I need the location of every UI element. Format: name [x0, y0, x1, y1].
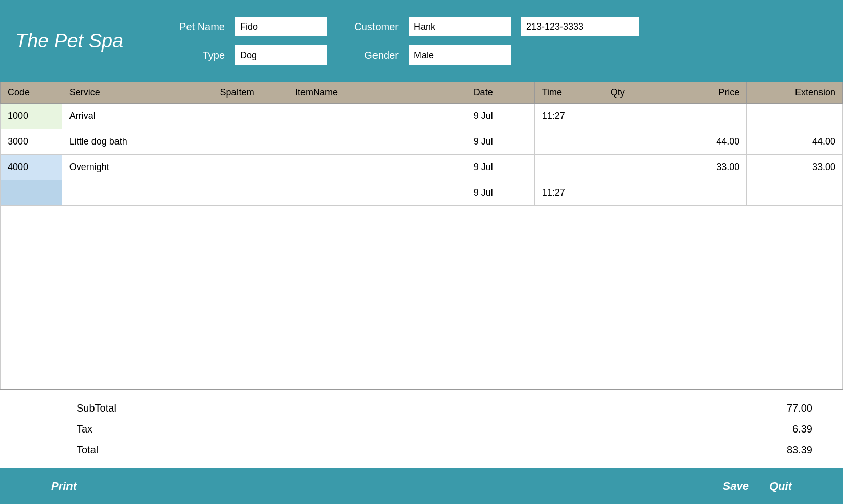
cell-price-4 — [658, 180, 747, 206]
table-section: Code Service SpaItem ItemName Date Time … — [0, 82, 843, 468]
cell-qty-4 — [603, 180, 658, 206]
col-header-time: Time — [534, 82, 603, 104]
gender-input[interactable] — [409, 45, 511, 65]
col-header-qty: Qty — [603, 82, 658, 104]
cell-price-3: 33.00 — [658, 155, 747, 180]
cell-qty-2 — [603, 129, 658, 155]
app-title: The Pet Spa — [15, 30, 148, 52]
footer: Print Save Quit — [0, 468, 843, 504]
cell-time-1: 11:27 — [534, 104, 603, 129]
table-wrapper: Code Service SpaItem ItemName Date Time … — [0, 82, 843, 206]
app-container: The Pet Spa Pet Name Customer Type Gende… — [0, 0, 843, 504]
gender-label: Gender — [337, 50, 399, 61]
col-header-extension: Extension — [747, 82, 843, 104]
type-label: Type — [169, 50, 225, 61]
col-header-service: Service — [62, 82, 213, 104]
cell-time-4: 11:27 — [534, 180, 603, 206]
cell-extension-2: 44.00 — [747, 129, 843, 155]
type-input[interactable] — [235, 45, 327, 65]
cell-extension-1 — [747, 104, 843, 129]
customer-label: Customer — [337, 21, 399, 33]
empty-space — [0, 206, 843, 389]
summary-section: SubTotal 77.00 Tax 6.39 Total 83.39 — [0, 389, 843, 468]
cell-service-3: Overnight — [62, 155, 213, 180]
customer-input[interactable] — [409, 17, 511, 36]
header: The Pet Spa Pet Name Customer Type Gende… — [0, 0, 843, 82]
cell-service-2: Little dog bath — [62, 129, 213, 155]
table-row: 1000 Arrival 9 Jul 11:27 — [1, 104, 843, 129]
cell-itemname-3 — [288, 155, 466, 180]
header-row-1: Pet Name Customer — [169, 17, 639, 36]
subtotal-label: SubTotal — [15, 402, 116, 414]
cell-spaltem-1 — [213, 104, 288, 129]
col-header-spaltem: SpaItem — [213, 82, 288, 104]
subtotal-value: 77.00 — [777, 402, 828, 414]
col-header-code: Code — [1, 82, 62, 104]
cell-spaltem-4 — [213, 180, 288, 206]
table-row: 3000 Little dog bath 9 Jul 44.00 44.00 — [1, 129, 843, 155]
total-row: Total 83.39 — [15, 442, 828, 458]
cell-time-3 — [534, 155, 603, 180]
header-fields: Pet Name Customer Type Gender — [169, 17, 639, 65]
cell-date-4: 9 Jul — [466, 180, 534, 206]
cell-code-4 — [1, 180, 62, 206]
cell-itemname-4 — [288, 180, 466, 206]
tax-row: Tax 6.39 — [15, 421, 828, 437]
subtotal-row: SubTotal 77.00 — [15, 400, 828, 416]
cell-price-2: 44.00 — [658, 129, 747, 155]
col-header-price: Price — [658, 82, 747, 104]
cell-spaltem-2 — [213, 129, 288, 155]
cell-code-3: 4000 — [1, 155, 62, 180]
cell-extension-4 — [747, 180, 843, 206]
quit-button[interactable]: Quit — [759, 474, 802, 498]
total-value: 83.39 — [777, 444, 828, 456]
cell-date-3: 9 Jul — [466, 155, 534, 180]
cell-qty-3 — [603, 155, 658, 180]
services-table: Code Service SpaItem ItemName Date Time … — [0, 82, 843, 206]
tax-label: Tax — [15, 423, 92, 435]
cell-itemname-1 — [288, 104, 466, 129]
table-header-row: Code Service SpaItem ItemName Date Time … — [1, 82, 843, 104]
col-header-date: Date — [466, 82, 534, 104]
header-row-2: Type Gender — [169, 45, 639, 65]
cell-price-1 — [658, 104, 747, 129]
cell-extension-3: 33.00 — [747, 155, 843, 180]
cell-code-2: 3000 — [1, 129, 62, 155]
cell-service-4 — [62, 180, 213, 206]
tax-value: 6.39 — [777, 423, 828, 435]
cell-service-1: Arrival — [62, 104, 213, 129]
cell-spaltem-3 — [213, 155, 288, 180]
save-button[interactable]: Save — [713, 474, 759, 498]
cell-time-2 — [534, 129, 603, 155]
pet-name-label: Pet Name — [169, 21, 225, 33]
print-button[interactable]: Print — [41, 474, 87, 498]
cell-itemname-2 — [288, 129, 466, 155]
cell-date-1: 9 Jul — [466, 104, 534, 129]
pet-name-input[interactable] — [235, 17, 327, 36]
phone-input[interactable] — [521, 17, 639, 36]
total-label: Total — [15, 444, 98, 456]
cell-qty-1 — [603, 104, 658, 129]
table-row: 4000 Overnight 9 Jul 33.00 33.00 — [1, 155, 843, 180]
cell-date-2: 9 Jul — [466, 129, 534, 155]
table-row: 9 Jul 11:27 — [1, 180, 843, 206]
cell-code-1: 1000 — [1, 104, 62, 129]
col-header-itemname: ItemName — [288, 82, 466, 104]
